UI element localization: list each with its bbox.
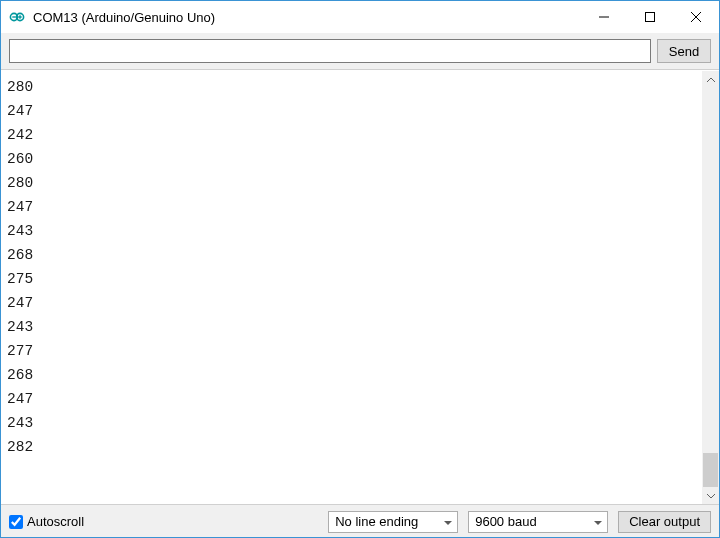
output-line: 268 [7, 243, 696, 267]
output-line: 280 [7, 171, 696, 195]
window-controls [581, 1, 719, 33]
output-line: 243 [7, 315, 696, 339]
status-bar: Autoscroll No line ending 9600 baud Clea… [1, 504, 719, 538]
baud-value: 9600 baud [475, 514, 536, 529]
window-title: COM13 (Arduino/Genuino Uno) [33, 10, 581, 25]
maximize-button[interactable] [627, 1, 673, 33]
scroll-thumb[interactable] [703, 453, 718, 487]
output-container: 2802472422602802472432682752472432772682… [1, 70, 719, 504]
output-line: 280 [7, 75, 696, 99]
output-line: 242 [7, 123, 696, 147]
autoscroll-label-wrap[interactable]: Autoscroll [9, 514, 318, 529]
serial-output: 2802472422602802472432682752472432772682… [1, 71, 702, 504]
scrollbar[interactable] [702, 71, 719, 504]
output-line: 243 [7, 411, 696, 435]
output-line: 277 [7, 339, 696, 363]
autoscroll-checkbox[interactable] [9, 515, 23, 529]
serial-input[interactable] [9, 39, 651, 63]
line-ending-select[interactable]: No line ending [328, 511, 458, 533]
scroll-up-arrow-icon[interactable] [702, 71, 719, 88]
send-row: Send [1, 33, 719, 70]
scroll-down-arrow-icon[interactable] [702, 487, 719, 504]
minimize-button[interactable] [581, 1, 627, 33]
output-line: 275 [7, 267, 696, 291]
output-line: 247 [7, 195, 696, 219]
close-button[interactable] [673, 1, 719, 33]
baud-select[interactable]: 9600 baud [468, 511, 608, 533]
autoscroll-label: Autoscroll [27, 514, 84, 529]
clear-output-button[interactable]: Clear output [618, 511, 711, 533]
output-line: 268 [7, 363, 696, 387]
output-line: 243 [7, 219, 696, 243]
output-line: 282 [7, 435, 696, 459]
svg-rect-6 [646, 13, 655, 22]
output-line: 247 [7, 99, 696, 123]
line-ending-value: No line ending [335, 514, 418, 529]
arduino-icon [9, 9, 25, 25]
output-line: 247 [7, 387, 696, 411]
send-button[interactable]: Send [657, 39, 711, 63]
output-line: 247 [7, 291, 696, 315]
title-bar: COM13 (Arduino/Genuino Uno) [1, 1, 719, 33]
output-line: 260 [7, 147, 696, 171]
